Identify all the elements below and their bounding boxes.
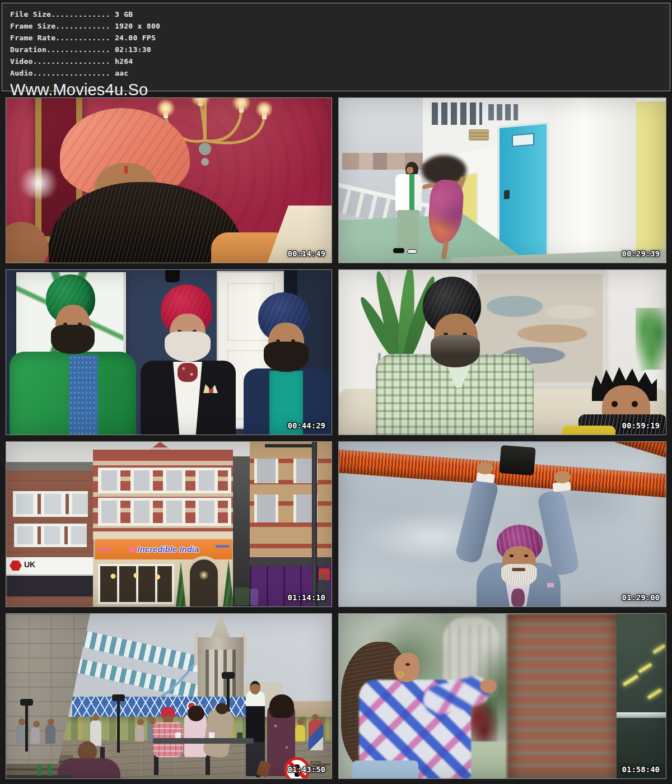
blue-shirt (69, 355, 98, 435)
man-track-jacket (395, 174, 422, 211)
media-info-line-frame-size: Frame Size............ 1920 x 800 (10, 20, 670, 32)
cafe-patron (295, 725, 305, 741)
pipe-coupling-band (499, 445, 536, 476)
facade-windows-row-2 (98, 498, 231, 526)
bank-sign-text: UK (24, 560, 35, 569)
screenshot-thumbnail-1[interactable]: 00:14:49 (6, 97, 332, 263)
alley (233, 456, 250, 607)
stone-cornice (93, 531, 233, 539)
media-info-line-file-size: File Size............. 3 GB (10, 8, 670, 20)
handrail (617, 712, 666, 718)
restaurant-window (98, 564, 174, 604)
timestamp-overlay: 00:29:39 (622, 249, 660, 258)
screenshot-thumbnail-4[interactable]: 00:59:19 (338, 269, 666, 435)
cafe-patron (309, 720, 323, 750)
man-shoe (393, 248, 404, 253)
sign-small-text-left (98, 548, 111, 550)
screenshot-thumbnail-8[interactable]: 01:58:40 (338, 613, 666, 779)
paisley-cravat (178, 363, 198, 382)
man-right-beard (264, 342, 309, 372)
man-left-beard (51, 325, 95, 354)
blue-jeans (352, 760, 418, 779)
left-windows-row-2 (14, 524, 87, 547)
red-turban-man (161, 707, 175, 719)
wall-speaker (165, 270, 180, 282)
lamp-post-2 (117, 699, 120, 753)
vent-grille (469, 129, 489, 141)
right-hand (554, 471, 571, 483)
green-bottle-2 (48, 764, 52, 776)
balustrade-2 (486, 101, 518, 120)
screenshot-thumbnail-2[interactable]: 00:29:39 (338, 97, 666, 263)
white-beard (501, 564, 537, 586)
media-info-line-duration: Duration.............. 02:13:30 (10, 44, 670, 55)
facade-windows-row (98, 468, 231, 493)
brick-pillar-blur (507, 614, 619, 779)
media-info-line-video: Video................. h264 (10, 55, 670, 67)
green-bottle (38, 765, 41, 776)
timestamp-overlay: 01:29:00 (622, 593, 660, 602)
timestamp-overlay: 01:14:10 (288, 593, 325, 602)
cafe-patron (16, 725, 25, 744)
monstera-plant (636, 308, 666, 371)
timestamp-overlay: 01:58:40 (622, 765, 660, 774)
cafe-patron (90, 720, 101, 746)
woman-profile-face (394, 653, 419, 682)
cravat (511, 589, 525, 607)
timestamp-overlay: 00:59:19 (622, 421, 660, 430)
cafe-patron (45, 725, 55, 744)
grey-beard (431, 335, 480, 367)
woman-hand (480, 679, 497, 693)
left-hand (477, 462, 493, 474)
restaurant-sign-text: Incredible India (128, 544, 199, 554)
yellow-blanket (562, 426, 615, 435)
man-sage-pants (397, 210, 419, 249)
cafe-patron (135, 725, 144, 741)
timestamp-overlay: 00:14:49 (288, 249, 325, 258)
lamp-post-3 (25, 703, 28, 752)
yellow-wall-right (636, 101, 666, 263)
cafe-patron (31, 727, 40, 744)
media-info-panel: File Size............. 3 GB Frame Size..… (2, 3, 670, 91)
white-pillar (549, 98, 636, 263)
balustrade (428, 99, 482, 125)
screenshot-thumbnail-5[interactable]: UK Incredible India 01:14:10 (6, 441, 332, 607)
arched-entrance (186, 556, 221, 607)
purple-bin (250, 589, 258, 605)
right-fascia (250, 557, 332, 566)
timestamp-overlay: 01:43:50 (288, 765, 325, 774)
site-watermark: Www.Movies4u.So (10, 81, 670, 99)
cafe-table (153, 738, 254, 744)
media-info-line-audio: Audio................. aac (10, 67, 670, 79)
man-shoe-2 (407, 249, 417, 254)
dark-glass-right (617, 614, 666, 779)
wheelie-bin (235, 587, 249, 605)
screenshot-thumbnail-3[interactable]: 00:44:29 (6, 269, 332, 435)
left-shopfront (6, 574, 94, 596)
sign-small-text-right (216, 545, 229, 548)
pocket-square (547, 583, 554, 587)
media-info-line-frame-rate: Frame Rate............ 24.00 FPS (10, 32, 670, 44)
left-windows-row (13, 491, 88, 517)
screenshot-thumbnail-6[interactable]: 01:29:00 (338, 441, 666, 607)
hoop-earring (397, 671, 404, 678)
timestamp-overlay: 00:44:29 (288, 421, 325, 430)
incense-smoke (16, 167, 61, 199)
white-beard (165, 332, 211, 362)
street-lamp-pole (312, 442, 317, 607)
restaurant-sign: Incredible India (95, 539, 232, 559)
screenshot-thumbnail-7[interactable]: ALCOHOL CONSUMPTION IS INJURI 01:43:50 (6, 613, 332, 779)
cyan-hut-door (497, 122, 549, 263)
